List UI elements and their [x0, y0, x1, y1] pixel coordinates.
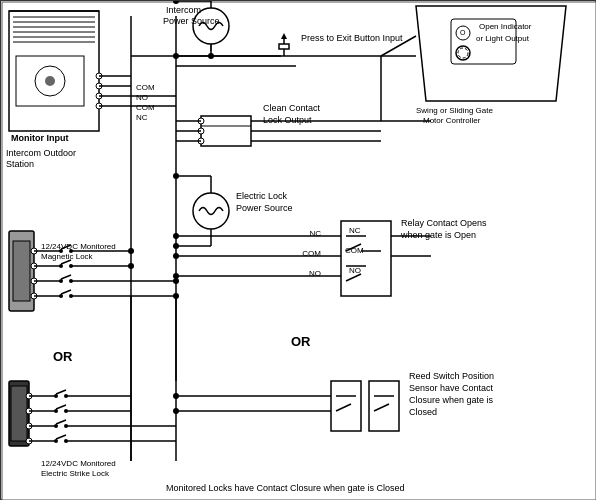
- wiring-diagram: COM NO COM NC: [0, 0, 596, 500]
- svg-point-61: [173, 243, 179, 249]
- svg-text:Intercom: Intercom: [166, 5, 201, 15]
- svg-point-143: [173, 253, 179, 259]
- svg-text:OR: OR: [53, 349, 73, 364]
- svg-text:NC: NC: [349, 226, 361, 235]
- svg-text:Power Source: Power Source: [236, 203, 293, 213]
- svg-point-82: [69, 279, 73, 283]
- svg-point-87: [69, 294, 73, 298]
- svg-text:COM: COM: [136, 83, 155, 92]
- svg-text:NO: NO: [349, 266, 361, 275]
- svg-text:Motor Controller: Motor Controller: [423, 116, 481, 125]
- svg-point-145: [173, 273, 179, 279]
- svg-point-116: [64, 424, 68, 428]
- svg-point-157: [173, 408, 179, 414]
- svg-point-11: [45, 76, 55, 86]
- svg-text:Electric Lock: Electric Lock: [236, 191, 288, 201]
- svg-text:Clean Contact: Clean Contact: [263, 103, 321, 113]
- svg-text:Magnetic Lock: Magnetic Lock: [41, 252, 94, 261]
- svg-text:Station: Station: [6, 159, 34, 169]
- svg-point-155: [173, 393, 179, 399]
- svg-text:Closure when gate is: Closure when gate is: [409, 395, 494, 405]
- svg-point-42: [173, 53, 179, 59]
- svg-text:O: O: [460, 29, 466, 36]
- svg-point-120: [54, 439, 58, 443]
- svg-point-141: [173, 233, 179, 239]
- svg-text:when gate is Open: when gate is Open: [400, 230, 476, 240]
- svg-point-89: [128, 248, 134, 254]
- svg-point-105: [54, 394, 58, 398]
- svg-text:Monitor Input: Monitor Input: [11, 133, 68, 143]
- svg-text:COM: COM: [345, 246, 364, 255]
- svg-text:Lock Output: Lock Output: [263, 115, 312, 125]
- svg-text:Monitored Locks have Contact C: Monitored Locks have Contact Closure whe…: [166, 483, 405, 493]
- svg-text:Electric Strike Lock: Electric Strike Lock: [41, 469, 110, 478]
- svg-text:COM: COM: [136, 103, 155, 112]
- svg-point-121: [64, 439, 68, 443]
- svg-point-111: [64, 409, 68, 413]
- svg-text:Closed: Closed: [409, 407, 437, 417]
- svg-point-77: [69, 264, 73, 268]
- svg-text:NC: NC: [136, 113, 148, 122]
- svg-text:Intercom Outdoor: Intercom Outdoor: [6, 148, 76, 158]
- svg-rect-97: [11, 386, 27, 441]
- svg-point-76: [59, 264, 63, 268]
- svg-text:Swing or Sliding Gate: Swing or Sliding Gate: [416, 106, 493, 115]
- svg-point-58: [173, 173, 179, 179]
- svg-text:Press to Exit Button Input: Press to Exit Button Input: [301, 33, 403, 43]
- svg-text:OR: OR: [291, 334, 311, 349]
- svg-point-55: [193, 193, 229, 229]
- svg-rect-44: [201, 116, 251, 146]
- svg-point-86: [59, 294, 63, 298]
- svg-rect-63: [13, 241, 30, 301]
- svg-text:Reed Switch Position: Reed Switch Position: [409, 371, 494, 381]
- svg-text:12/24VDC Monitored: 12/24VDC Monitored: [41, 459, 116, 468]
- svg-text:Power Source: Power Source: [163, 16, 220, 26]
- svg-point-115: [54, 424, 58, 428]
- svg-point-106: [64, 394, 68, 398]
- svg-point-91: [128, 263, 134, 269]
- svg-point-110: [54, 409, 58, 413]
- svg-point-81: [59, 279, 63, 283]
- svg-text:Relay Contact Opens: Relay Contact Opens: [401, 218, 487, 228]
- svg-rect-21: [279, 44, 289, 49]
- svg-text:Sensor have Contact: Sensor have Contact: [409, 383, 494, 393]
- svg-text:NO: NO: [136, 93, 148, 102]
- svg-text:12/24VDC Monitored: 12/24VDC Monitored: [41, 242, 116, 251]
- svg-text:or Light Output: or Light Output: [476, 34, 530, 43]
- svg-text:Open Indicator: Open Indicator: [479, 22, 532, 31]
